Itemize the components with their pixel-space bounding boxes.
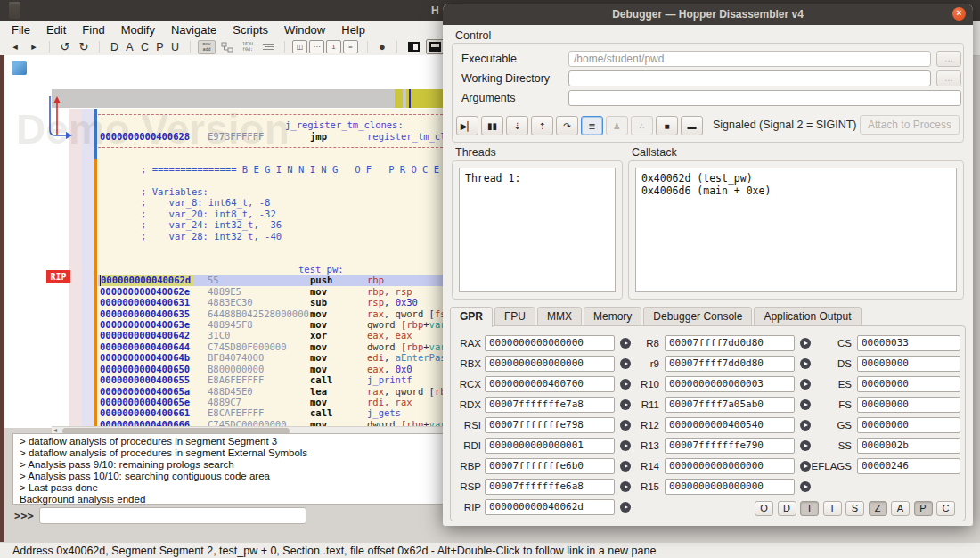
hex-view-icon[interactable]: 1F3U f0d: [239, 40, 257, 54]
disasm-line[interactable]: 000000000040062d55pushrbp [98, 275, 443, 286]
toolbar-letter-a[interactable]: A [122, 41, 137, 53]
undo-button[interactable]: ↺ [57, 40, 73, 53]
flag-a-button[interactable]: A [891, 501, 910, 516]
step-into-button[interactable]: ⇣ [506, 116, 528, 135]
coverage-strip [69, 109, 82, 426]
segment-navigation-bar[interactable] [52, 89, 443, 108]
continue-button[interactable]: ▶▏ [456, 116, 478, 135]
nav-forward-button[interactable]: ▸ [26, 41, 42, 53]
menu-help[interactable]: Help [333, 22, 373, 37]
tab-mmx[interactable]: MMX [537, 307, 582, 326]
disasm-line[interactable]: 000000000040062e4889E5movrbp, rsp [98, 286, 443, 298]
callstack-entry[interactable]: 0x4006d6 (main + 0xe) [641, 185, 951, 197]
layout-left-pane-icon[interactable] [404, 39, 423, 54]
console-input[interactable] [39, 507, 306, 524]
disasm-line[interactable]: 0000000000400655E8A6FEFFFFcallj_printf [98, 374, 443, 386]
assembly-view-icon[interactable]: mov add [198, 40, 216, 54]
menu-window[interactable]: Window [276, 22, 333, 37]
pane-view-icon-4[interactable]: ≡ [343, 40, 358, 53]
disasm-line[interactable]: 0000000000400666C745DC00000000movdword [… [98, 419, 443, 426]
opcode-bytes: 488945F8 [208, 319, 253, 331]
tab-application-output[interactable]: Application Output [754, 307, 861, 326]
flag-d-button[interactable]: D [778, 501, 796, 516]
working-directory-field[interactable] [568, 70, 931, 86]
step-one-instruction-button[interactable]: ≣ [581, 116, 603, 135]
flag-z-button[interactable]: Z [869, 501, 887, 516]
redo-button[interactable]: ↻ [76, 40, 92, 53]
flag-o-button[interactable]: O [755, 501, 773, 516]
disasm-line[interactable]: 0000000000400661E8CAFEFFFFcallj_gets [98, 407, 443, 419]
disasm-line[interactable]: 000000000040065e4889C7movrdi, rax [98, 397, 443, 408]
register-value-ss[interactable]: 0000002b [857, 438, 960, 454]
toolbar-letter-u[interactable]: U [167, 41, 183, 53]
disasm-line[interactable]: 000000000040063564488B042528000000movrax… [98, 308, 443, 320]
disassembly-view[interactable]: j_register_tm_clones:0000000000400628E97… [98, 109, 443, 426]
arguments-field[interactable] [568, 90, 961, 106]
working-directory-browse-button[interactable]: … [936, 70, 961, 86]
toolbar-separator [190, 41, 191, 53]
remove-button[interactable]: ▬ [681, 116, 703, 135]
register-label-ds: DS [804, 356, 852, 372]
menu-edit[interactable]: Edit [38, 22, 74, 37]
toolbar-letter-p[interactable]: P [152, 41, 167, 53]
pane-view-icon-1[interactable]: ◫ [292, 40, 307, 53]
flag-s-button[interactable]: S [845, 501, 864, 516]
tab-fpu[interactable]: FPU [494, 307, 535, 326]
disasm-line[interactable]: 00000000004006314883EC30subrsp, 0x30 [98, 297, 443, 308]
debugger-titlebar[interactable]: Debugger — Hopper Disassembler v4 × [443, 4, 973, 25]
menu-scripts[interactable]: Scripts [225, 22, 276, 37]
disasm-line[interactable]: 0000000000400644C745D80F000000movdword [… [98, 341, 443, 353]
tab-memory[interactable]: Memory [584, 307, 641, 326]
disasm-line[interactable]: 0000000000400650B800000000moveax, 0x0 [98, 364, 443, 375]
operands: eax, 0x0 [367, 364, 412, 375]
layout-bottom-pane-icon[interactable] [426, 39, 445, 54]
close-button[interactable]: × [952, 7, 966, 21]
register-value-fs[interactable]: 00000000 [857, 397, 960, 413]
operands: j_gets [367, 407, 401, 419]
disasm-line[interactable]: 0000000000400628E973FFFFFFjmpregister_tm… [98, 131, 443, 143]
disasm-line[interactable]: 000000000040065a488D45E0learax, qword [r… [98, 386, 443, 398]
register-value-ds[interactable]: 00000000 [857, 356, 960, 372]
flag-c-button[interactable]: C [936, 501, 955, 516]
tab-debugger-console[interactable]: Debugger Console [643, 307, 752, 326]
step-over-button[interactable]: ↷ [556, 116, 578, 135]
menu-file[interactable]: File [4, 22, 38, 37]
flag-t-button[interactable]: T [823, 501, 842, 516]
stop-button[interactable]: ■ [656, 116, 678, 135]
debugger-icon[interactable]: ● [379, 40, 386, 53]
executable-field[interactable]: /home/student/pwd [568, 51, 931, 67]
mnemonic: mov [310, 419, 327, 426]
threads-list[interactable]: Thread 1: [459, 168, 616, 292]
pane-view-icon-3[interactable]: 1 [326, 40, 341, 53]
mnemonic: push [310, 275, 332, 286]
register-value-gs[interactable]: 00000000 [857, 417, 960, 433]
register-value-es[interactable]: 00000000 [857, 376, 960, 392]
operands: qword [rbp+var [367, 319, 443, 331]
register-value-cs[interactable]: 00000033 [857, 335, 960, 351]
flag-p-button[interactable]: P [914, 501, 933, 516]
pause-button[interactable]: ▮▮ [481, 116, 503, 135]
menu-navigate[interactable]: Navigate [163, 22, 225, 37]
executable-browse-button[interactable]: … [936, 51, 961, 67]
step-out-button[interactable]: ⇡ [531, 116, 553, 135]
tab-gpr[interactable]: GPR [450, 307, 493, 327]
opcode-bytes: 4889E5 [208, 286, 241, 298]
register-value-eflags[interactable]: 00000246 [857, 458, 960, 474]
nav-back-button[interactable]: ◂ [7, 41, 23, 53]
disasm-line[interactable]: 000000000040063e488945F8movqword [rbp+va… [98, 319, 443, 331]
toolbar-letter-d[interactable]: D [107, 41, 122, 53]
register-row-ss: SS0000002b [451, 438, 965, 454]
disasm-line[interactable]: 000000000040064231C0xoreax, eax [98, 330, 443, 341]
menu-find[interactable]: Find [74, 22, 112, 37]
callstack-list[interactable]: 0x40062d (test_pw)0x4006d6 (main + 0xe) [635, 168, 957, 292]
flag-i-button[interactable]: I [800, 501, 819, 516]
pseudocode-view-icon[interactable] [259, 40, 277, 54]
cfg-view-icon[interactable] [218, 40, 236, 54]
pane-view-icon-2[interactable]: ⋯ [309, 40, 324, 53]
menu-modify[interactable]: Modify [113, 22, 163, 37]
disasm-line[interactable]: 000000000040064bBF84074000movedi, aEnter… [98, 352, 443, 364]
toolbar-letter-c[interactable]: C [137, 41, 152, 53]
document-tab-icon[interactable] [12, 61, 27, 75]
callstack-entry[interactable]: 0x40062d (test_pw) [641, 172, 951, 185]
operands: rdi, rax [367, 397, 412, 408]
